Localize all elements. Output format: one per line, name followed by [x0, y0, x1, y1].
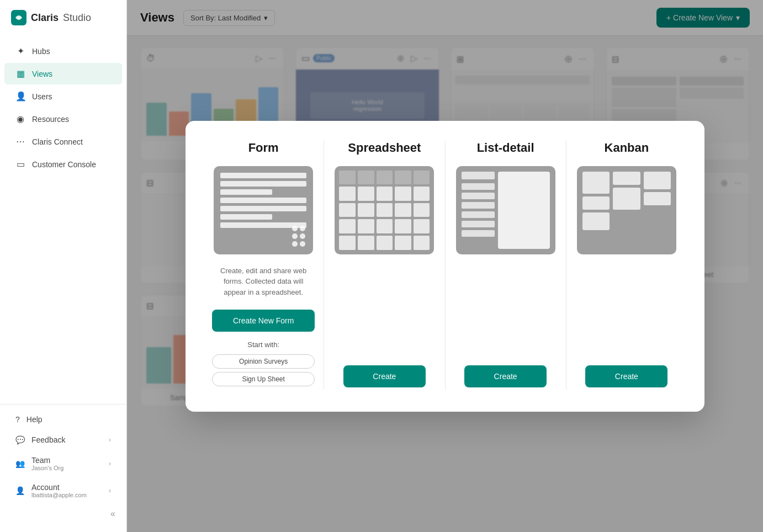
create-new-form-button[interactable]: Create New Form: [212, 310, 315, 332]
sidebar-item-team[interactable]: 👥 Team Jason's Org ›: [4, 450, 122, 477]
sidebar-collapse-button[interactable]: «: [0, 504, 126, 523]
hub-icon: ✦: [15, 46, 25, 56]
console-icon: ▭: [15, 159, 25, 169]
app-logo: Claris Studio: [0, 0, 126, 35]
sidebar-bottom: ? Help 💬 Feedback › 👥 Team Jason's Org ›: [0, 404, 126, 532]
create-listdetail-button[interactable]: Create: [464, 365, 547, 387]
sidebar-label-team: Team: [31, 456, 63, 465]
sidebar-label-feedback: Feedback: [31, 435, 65, 444]
create-new-form-label: Create New Form: [233, 316, 294, 325]
collapse-icon: «: [110, 509, 115, 519]
template-sign-up-sheet-button[interactable]: Sign Up Sheet: [212, 372, 315, 386]
create-view-modal: Form: [186, 121, 704, 412]
create-listdetail-label: Create: [494, 372, 517, 381]
feedback-chevron-icon: ›: [109, 436, 111, 444]
template-opinion-surveys-label: Opinion Surveys: [239, 358, 288, 365]
form-type-icon: [214, 166, 313, 254]
modal-listdetail-column: List-detail: [446, 141, 566, 390]
team-chevron-icon: ›: [109, 460, 111, 467]
modal-form-title: Form: [248, 141, 279, 155]
sidebar-label-resources: Resources: [32, 115, 69, 124]
sidebar-label-console: Customer Console: [32, 160, 96, 169]
create-kanban-label: Create: [615, 372, 638, 381]
account-chevron-icon: ›: [109, 487, 111, 494]
feedback-icon: 💬: [15, 435, 25, 444]
app-name-studio: Studio: [63, 12, 91, 24]
claris-logo-icon: [11, 10, 27, 25]
sidebar-item-claris-connect[interactable]: ⋯ Claris Connect: [4, 131, 122, 152]
team-icon: 👥: [15, 459, 25, 468]
app-name-claris: Claris: [31, 12, 59, 24]
create-spreadsheet-label: Create: [373, 372, 396, 381]
template-sign-up-sheet-label: Sign Up Sheet: [242, 375, 284, 383]
main-content: Views Sort By: Last Modified ▾ + Create …: [127, 0, 763, 532]
sidebar-item-account[interactable]: 👤 Account lbattista@apple.com ›: [4, 477, 122, 504]
sidebar-account-email: lbattista@apple.com: [31, 492, 87, 498]
sidebar-item-customer-console[interactable]: ▭ Customer Console: [4, 153, 122, 175]
sidebar-label-connect: Claris Connect: [32, 137, 83, 146]
resources-icon: ◉: [15, 114, 25, 124]
sidebar-item-resources[interactable]: ◉ Resources: [4, 108, 122, 130]
create-spreadsheet-button[interactable]: Create: [343, 365, 426, 387]
modal-form-column: Form: [203, 141, 324, 390]
listdetail-type-icon: [456, 166, 555, 254]
template-opinion-surveys-button[interactable]: Opinion Surveys: [212, 354, 315, 369]
start-with-label: Start with:: [247, 341, 279, 349]
form-description: Create, edit and share web forms. Collec…: [212, 265, 315, 299]
modal-spreadsheet-title: Spreadsheet: [348, 141, 421, 155]
connect-icon: ⋯: [15, 136, 25, 147]
help-icon: ?: [15, 415, 20, 424]
sidebar: Claris Studio ✦ Hubs ▦ Views 👤 Users ◉ R…: [0, 0, 127, 532]
sidebar-item-hubs[interactable]: ✦ Hubs: [4, 40, 122, 62]
view-icon: ▦: [15, 68, 25, 79]
sidebar-team-org: Jason's Org: [31, 465, 63, 471]
account-icon: 👤: [15, 486, 25, 495]
modal-kanban-title: Kanban: [605, 141, 649, 155]
kanban-type-icon: [577, 166, 676, 254]
create-kanban-button[interactable]: Create: [585, 365, 667, 387]
sidebar-item-help[interactable]: ? Help: [4, 409, 122, 429]
users-icon: 👤: [15, 91, 25, 102]
sidebar-label-hubs: Hubs: [32, 47, 50, 56]
sidebar-item-views[interactable]: ▦ Views: [4, 63, 122, 84]
sidebar-label-help: Help: [27, 415, 43, 424]
modal-spreadsheet-column: Spreadsheet Create: [324, 141, 445, 390]
sidebar-item-users[interactable]: 👤 Users: [4, 86, 122, 107]
sidebar-nav: ✦ Hubs ▦ Views 👤 Users ◉ Resources ⋯ Cla…: [0, 35, 126, 404]
sidebar-label-users: Users: [32, 92, 52, 101]
modal-listdetail-title: List-detail: [477, 141, 534, 155]
sidebar-label-views: Views: [32, 70, 52, 78]
modal-kanban-column: Kanban: [566, 141, 687, 390]
sidebar-item-feedback[interactable]: 💬 Feedback ›: [4, 430, 122, 450]
sidebar-label-account: Account: [31, 483, 87, 492]
modal-overlay[interactable]: Form: [127, 0, 763, 532]
spreadsheet-type-icon: [335, 166, 434, 254]
